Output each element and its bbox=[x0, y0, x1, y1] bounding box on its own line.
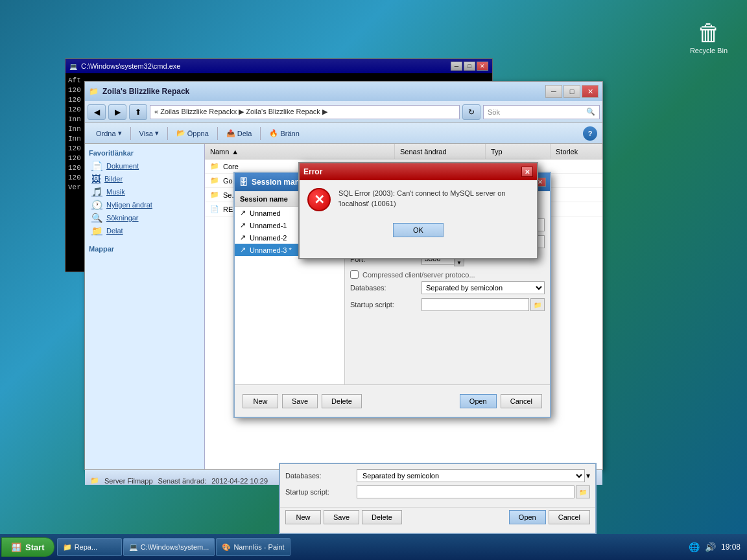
taskbar-item-paint[interactable]: 🎨 Namnlös - Paint bbox=[216, 538, 290, 556]
cmd-close-button[interactable]: ✕ bbox=[477, 62, 488, 71]
visa-chevron-icon: ▾ bbox=[155, 129, 159, 137]
sidebar-item-sokningar[interactable]: 🔍 Sökningar bbox=[89, 211, 200, 224]
col-header-name[interactable]: Namn ▲ bbox=[205, 144, 395, 159]
open-session-button[interactable]: Open bbox=[460, 394, 497, 408]
session-item-icon: ↗ bbox=[240, 221, 246, 229]
bottom-open-button[interactable]: Open bbox=[509, 510, 546, 524]
toolbar-separator bbox=[260, 127, 261, 140]
sidebar-item-label: Dokument bbox=[106, 162, 139, 170]
status-bar-folder: 📁 Server Filmapp Senast ändrad: 2012-04-… bbox=[90, 476, 268, 485]
sidebar: Favoritlänkar 📄 Dokument 🖼 Bilder 🎵 Musi… bbox=[85, 144, 205, 469]
share-icon: 📤 bbox=[226, 129, 235, 137]
col-header-date[interactable]: Senast ändrad bbox=[395, 144, 486, 159]
recycle-bin-icon: 🗑 bbox=[697, 19, 720, 47]
status-folder-icon: 📁 bbox=[90, 476, 99, 485]
taskbar-item-cmd[interactable]: 💻 C:\Windows\system... bbox=[123, 538, 215, 556]
compressed-row: Compressed client/server protoco... bbox=[350, 270, 545, 279]
bottom-cancel-button[interactable]: Cancel bbox=[549, 510, 590, 524]
network-tray-icon: 🌐 bbox=[689, 542, 700, 552]
error-title-text: Error bbox=[303, 167, 521, 176]
dela-button[interactable]: 📤 Dela bbox=[220, 126, 258, 140]
nav-forward-button[interactable]: ▶ bbox=[108, 104, 126, 120]
dela-label: Dela bbox=[237, 130, 252, 137]
bottom-dialog-footer: New Save Delete Open Cancel bbox=[280, 507, 595, 527]
file-name: Core bbox=[223, 163, 239, 170]
cmd-title-icon: 💻 bbox=[69, 63, 77, 70]
cancel-session-button[interactable]: Cancel bbox=[501, 394, 542, 408]
taskbar-item-repack[interactable]: 📁 Repa... bbox=[57, 538, 122, 556]
explorer-titlebar: 📁 Zoila's Blizzlike Repack ─ □ ✕ bbox=[85, 82, 602, 101]
visa-button[interactable]: Visa ▾ bbox=[134, 126, 165, 140]
bilder-icon: 🖼 bbox=[91, 174, 101, 184]
error-footer: OK bbox=[300, 219, 537, 241]
recycle-bin[interactable]: 🗑 Recycle Bin bbox=[690, 19, 728, 54]
new-session-button[interactable]: New bbox=[243, 394, 278, 408]
bottom-new-button[interactable]: New bbox=[285, 510, 321, 524]
sidebar-item-label: Musik bbox=[106, 188, 125, 196]
session-item-icon: ↗ bbox=[240, 209, 246, 217]
col-header-size[interactable]: Storlek bbox=[551, 144, 602, 159]
sidebar-item-musik[interactable]: 🎵 Musik bbox=[89, 185, 200, 198]
cmd-minimize-button[interactable]: ─ bbox=[451, 62, 462, 71]
search-box[interactable]: Sök 🔍 bbox=[483, 105, 600, 119]
col-header-type[interactable]: Typ bbox=[486, 144, 551, 159]
musik-icon: 🎵 bbox=[91, 187, 102, 197]
refresh-button[interactable]: ↻ bbox=[462, 104, 480, 120]
ordna-button[interactable]: Ordna ▾ bbox=[90, 126, 128, 140]
explorer-maximize-button[interactable]: □ bbox=[563, 85, 580, 98]
sort-icon: ▲ bbox=[231, 148, 239, 156]
session-item-label: Unnamed-1 bbox=[250, 222, 287, 229]
bottom-startup-browse-button[interactable]: 📁 bbox=[576, 485, 590, 498]
databases-label: Databases: bbox=[350, 284, 421, 292]
cmd-maximize-button[interactable]: □ bbox=[464, 62, 475, 71]
explorer-window-controls: ─ □ ✕ bbox=[545, 85, 599, 98]
col-name-label: Namn bbox=[210, 148, 229, 156]
startup-browse-button[interactable]: 📁 bbox=[530, 298, 545, 311]
bottom-databases-select[interactable]: Separated by semicolon bbox=[357, 469, 585, 482]
databases-select[interactable]: Separated by semicolon bbox=[421, 281, 545, 294]
explorer-minimize-button[interactable]: ─ bbox=[545, 85, 562, 98]
file-list-header: Namn ▲ Senast ändrad Typ Storlek bbox=[205, 144, 602, 159]
compressed-label: Compressed client/server protoco... bbox=[362, 271, 475, 279]
sokningar-icon: 🔍 bbox=[91, 213, 102, 223]
compressed-checkbox[interactable] bbox=[350, 270, 359, 279]
taskbar-right: 🌐 🔊 19:08 bbox=[683, 542, 746, 552]
burn-icon: 🔥 bbox=[269, 129, 278, 137]
cmd-title-text: C:\Windows\system32\cmd.exe bbox=[81, 62, 451, 70]
ordna-label: Ordna bbox=[96, 130, 116, 137]
nav-back-button[interactable]: ◀ bbox=[88, 104, 106, 120]
bottom-save-button[interactable]: Save bbox=[324, 510, 359, 524]
startup-label: Startup script: bbox=[350, 301, 421, 309]
startup-field[interactable] bbox=[421, 298, 529, 311]
nav-up-button[interactable]: ⬆ bbox=[129, 104, 147, 120]
folder-icon: 📁 bbox=[210, 162, 219, 170]
error-titlebar: Error ✕ bbox=[300, 163, 537, 180]
sidebar-item-bilder[interactable]: 🖼 Bilder bbox=[89, 172, 200, 185]
oppna-button[interactable]: 📂 Öppna bbox=[171, 126, 215, 140]
start-button[interactable]: 🪟 Start bbox=[1, 537, 54, 557]
session-footer: New Save Delete Open Cancel bbox=[235, 384, 550, 417]
save-session-button[interactable]: Save bbox=[282, 394, 318, 408]
address-path[interactable]: « Zoilas Blizzlike Repackx ▶ Zoila's Bli… bbox=[150, 105, 460, 119]
sidebar-item-dokument[interactable]: 📄 Dokument bbox=[89, 159, 200, 172]
error-message-line2: 'localhost' (10061) bbox=[338, 200, 396, 207]
brann-label: Bränn bbox=[280, 130, 299, 137]
error-ok-button[interactable]: OK bbox=[393, 223, 444, 237]
status-date-label: Senast ändrad: bbox=[158, 477, 207, 485]
sidebar-item-delat[interactable]: 📁 Delat bbox=[89, 224, 200, 237]
bottom-startup-field[interactable] bbox=[357, 485, 575, 498]
bottom-delete-button[interactable]: Delete bbox=[362, 510, 402, 524]
port-decrement-button[interactable]: ▼ bbox=[455, 259, 464, 266]
brann-button[interactable]: 🔥 Bränn bbox=[263, 126, 305, 140]
session-item-icon: ↗ bbox=[240, 233, 246, 242]
error-close-button[interactable]: ✕ bbox=[521, 167, 533, 177]
bottom-databases-chevron-icon: ▾ bbox=[586, 471, 590, 480]
search-placeholder: Sök bbox=[488, 108, 500, 116]
delete-session-button[interactable]: Delete bbox=[322, 394, 362, 408]
explorer-close-button[interactable]: ✕ bbox=[582, 85, 599, 98]
sidebar-item-nyligen[interactable]: 🕐 Nyligen ändrat bbox=[89, 198, 200, 211]
search-icon: 🔍 bbox=[586, 108, 595, 116]
explorer-toolbar: Ordna ▾ Visa ▾ 📂 Öppna 📤 Dela 🔥 Bränn ? bbox=[85, 123, 602, 144]
session-item-icon: ↗ bbox=[240, 246, 246, 254]
help-button[interactable]: ? bbox=[583, 126, 597, 141]
